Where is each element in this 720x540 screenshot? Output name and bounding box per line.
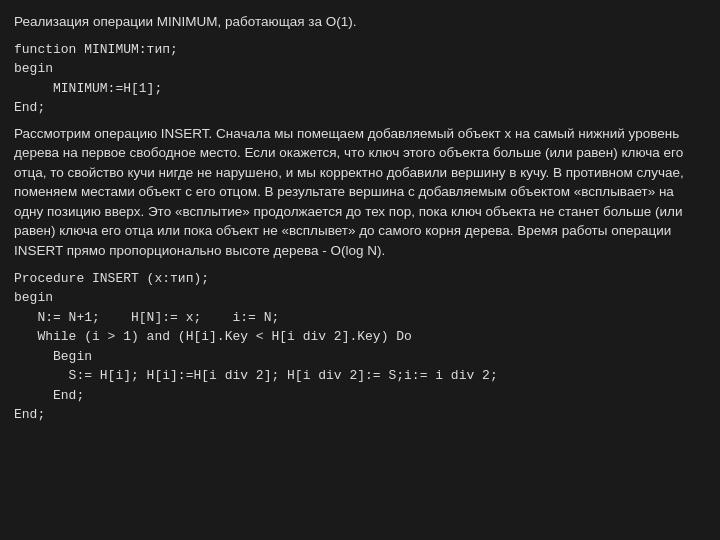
code1-section: function MINIMUM:тип; begin MINIMUM:=H[1… [14,40,706,118]
paragraph1-text: Реализация операции MINIMUM, работающая … [14,12,706,32]
paragraph1-section: Реализация операции MINIMUM, работающая … [14,12,706,32]
paragraph2-text: Рассмотрим операцию INSERT. Сначала мы п… [14,124,706,261]
code2-section: Procedure INSERT (x:тип); begin N:= N+1;… [14,269,706,425]
page-container: Реализация операции MINIMUM, работающая … [14,12,706,425]
code1-block: function MINIMUM:тип; begin MINIMUM:=H[1… [14,40,706,118]
paragraph2-section: Рассмотрим операцию INSERT. Сначала мы п… [14,124,706,261]
code2-block: Procedure INSERT (x:тип); begin N:= N+1;… [14,269,706,425]
